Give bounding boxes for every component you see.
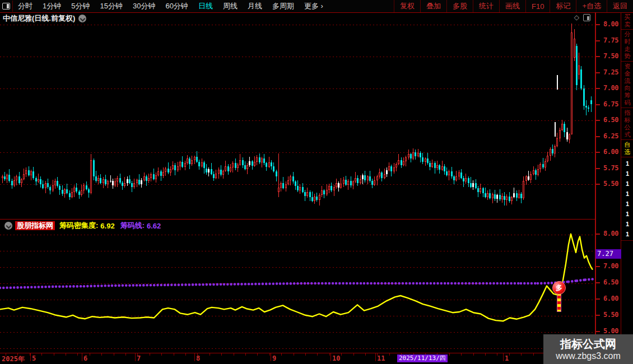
period-tab-日线[interactable]: 日线 bbox=[193, 1, 218, 11]
candle bbox=[439, 165, 440, 170]
chipline-label: 筹码线: bbox=[120, 221, 145, 231]
panel-corner-icons: ◇ bbox=[574, 13, 590, 21]
period-tab-15分钟[interactable]: 15分钟 bbox=[95, 1, 127, 11]
toolbar-button-标记[interactable]: 标记 bbox=[550, 0, 576, 12]
y-axis-tick bbox=[596, 72, 600, 73]
candle bbox=[235, 163, 236, 168]
minor-tick bbox=[174, 353, 174, 356]
strip-char: 势 bbox=[621, 53, 633, 60]
candle bbox=[45, 183, 46, 188]
toolbar-button-画线[interactable]: 画线 bbox=[499, 0, 525, 12]
candle bbox=[578, 66, 580, 74]
y-axis-label: 6.75 bbox=[603, 100, 618, 108]
candle bbox=[218, 170, 220, 174]
minor-tick bbox=[521, 353, 522, 356]
candle bbox=[162, 172, 164, 176]
candle bbox=[28, 170, 30, 175]
y-axis-tick bbox=[596, 152, 600, 153]
month-label-11: 11 bbox=[377, 354, 385, 362]
candle bbox=[302, 187, 304, 192]
y-axis-tick bbox=[596, 168, 600, 169]
strip-section-0[interactable]: 买卖 bbox=[621, 12, 633, 30]
strip-char: 指 bbox=[621, 109, 633, 116]
candle bbox=[127, 179, 128, 183]
candle bbox=[446, 171, 448, 175]
candle bbox=[160, 171, 162, 176]
candle bbox=[451, 171, 453, 176]
toolbar-button-返回[interactable]: 返回 bbox=[607, 0, 633, 12]
layout-icon[interactable] bbox=[0, 1, 13, 12]
candle bbox=[453, 176, 455, 180]
main-candle-panel[interactable]: 中信尼雅(日线.前复权) ◇ bbox=[0, 12, 595, 218]
candle bbox=[47, 183, 49, 187]
candle bbox=[57, 181, 58, 186]
candle bbox=[448, 171, 450, 175]
chevron-down-icon[interactable] bbox=[78, 15, 86, 22]
strip-section-5[interactable]: 11111111 bbox=[621, 157, 633, 241]
strip-char: 卖 bbox=[621, 21, 633, 28]
minor-tick bbox=[125, 353, 126, 356]
candle bbox=[554, 146, 556, 154]
candle bbox=[254, 162, 255, 166]
minor-tick bbox=[281, 353, 282, 356]
chipline-value: 6.62 bbox=[147, 222, 161, 230]
period-tab-60分钟[interactable]: 60分钟 bbox=[160, 1, 193, 11]
minor-tick bbox=[90, 353, 90, 356]
candle bbox=[403, 161, 404, 165]
y-axis-tick bbox=[596, 315, 600, 316]
candle bbox=[398, 160, 399, 164]
strip-section-2[interactable]: 资金流向筹码 bbox=[621, 62, 633, 108]
candle bbox=[222, 171, 224, 175]
toolbar-button-多股[interactable]: 多股 bbox=[446, 0, 473, 12]
strip-section-3[interactable]: 指标公式 bbox=[621, 108, 633, 140]
candle bbox=[107, 181, 109, 184]
toolbar-button-统计[interactable]: 统计 bbox=[473, 0, 499, 12]
candle bbox=[340, 184, 342, 188]
candle bbox=[316, 197, 318, 200]
strip-section-4[interactable]: 自选 bbox=[621, 140, 633, 157]
candle bbox=[97, 178, 99, 181]
chevron-down-icon[interactable] bbox=[4, 222, 12, 230]
period-tab-5分钟[interactable]: 5分钟 bbox=[66, 1, 95, 11]
indicator-panel[interactable]: 股朋指标网 筹码密集度: 6.92 筹码线: 6.62 多 bbox=[0, 219, 595, 353]
toolbar-button-复权[interactable]: 复权 bbox=[394, 0, 420, 12]
y-axis-tick bbox=[596, 234, 600, 235]
gridline bbox=[0, 25, 595, 25]
panel-split-icon[interactable] bbox=[583, 14, 590, 21]
strip-char: 流 bbox=[621, 77, 633, 85]
minor-tick bbox=[114, 353, 114, 356]
candle bbox=[172, 165, 174, 169]
candle bbox=[482, 188, 484, 193]
candle bbox=[367, 176, 369, 180]
period-tab-30分钟[interactable]: 30分钟 bbox=[128, 1, 160, 11]
toolbar-button-+自选[interactable]: +自选 bbox=[576, 0, 607, 12]
candle bbox=[263, 158, 265, 163]
period-tab-多周期[interactable]: 多周期 bbox=[267, 1, 299, 11]
source-tag[interactable]: 股朋指标网 bbox=[15, 221, 55, 230]
y-axis-tick bbox=[596, 56, 600, 57]
period-tab-分时[interactable]: 分时 bbox=[13, 1, 38, 11]
minor-tick bbox=[101, 353, 102, 356]
period-tab-月线[interactable]: 月线 bbox=[243, 1, 267, 11]
strip-section-1[interactable]: 分时走势 bbox=[621, 30, 633, 62]
y-axis-tick bbox=[596, 104, 600, 105]
period-tab-更多 ›[interactable]: 更多 › bbox=[299, 1, 328, 11]
period-tab-1分钟[interactable]: 1分钟 bbox=[38, 1, 66, 11]
candle bbox=[73, 188, 75, 192]
toolbar-button-叠加[interactable]: 叠加 bbox=[420, 0, 446, 12]
period-tab-周线[interactable]: 周线 bbox=[218, 1, 243, 11]
month-tick bbox=[30, 353, 31, 361]
candle bbox=[225, 166, 226, 171]
y-axis-label: 6.50 bbox=[603, 116, 618, 124]
candle bbox=[326, 190, 328, 194]
candle bbox=[266, 163, 267, 167]
candle bbox=[574, 39, 575, 58]
candle bbox=[148, 178, 150, 181]
toolbar-button-F10[interactable]: F10 bbox=[525, 0, 550, 12]
candle bbox=[71, 192, 73, 197]
candle bbox=[465, 178, 467, 182]
minor-tick bbox=[317, 353, 318, 356]
candle bbox=[485, 193, 486, 197]
diamond-icon[interactable]: ◇ bbox=[574, 13, 579, 21]
candle bbox=[83, 185, 85, 190]
